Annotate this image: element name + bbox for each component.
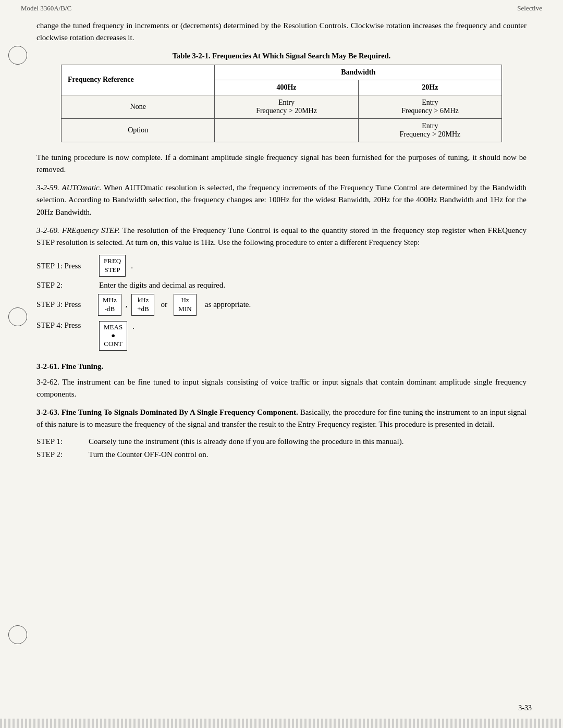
table-title: Table 3-2-1. Frequencies At Which Signal… — [61, 52, 502, 60]
step3-key2: kHz +dB — [131, 294, 154, 316]
step4-suffix: . — [132, 322, 134, 331]
row1-ref: None — [62, 95, 215, 118]
complete-paragraph: The tuning procedure is now complete. If… — [36, 152, 527, 176]
auto-body: When AUTOmatic resolution is selected, t… — [36, 183, 527, 216]
col-20hz: 20Hz — [358, 80, 501, 95]
fine-step2-text: Turn the Counter OFF-ON control on. — [89, 450, 208, 459]
circle-decoration-1 — [8, 46, 27, 65]
step2-text: Enter the digits and decimal as required… — [99, 281, 225, 290]
fine-step1-text: Coarsely tune the instrument (this is al… — [89, 437, 403, 446]
row2-400 — [215, 118, 358, 142]
freq-head: 3-2-60. — [36, 226, 59, 235]
step3-comma: , — [126, 300, 128, 309]
circle-decoration-3 — [8, 625, 27, 644]
row2-ref: Option — [62, 118, 215, 142]
step1-suffix: . — [131, 262, 133, 270]
step4-key: MEAS ● CONT — [99, 321, 127, 351]
step1-key: FREQ STEP — [99, 255, 126, 277]
fine-step1-label: STEP 1: — [36, 437, 78, 446]
table-row: Option EntryFrequency > 20MHz — [62, 118, 502, 142]
auto-head: 3-2-59. — [36, 183, 59, 192]
step3-label: STEP 3: Press — [36, 300, 94, 309]
auto-paragraph: 3-2-59. AUTOmatic. When AUTOmatic resolu… — [36, 182, 527, 218]
step3-key1: MHz -dB — [98, 294, 121, 316]
table-row: None EntryFrequency > 20MHz EntryFrequen… — [62, 95, 502, 118]
intro-paragraph: change the tuned frequency in increments… — [36, 20, 527, 44]
step1-line: STEP 1: Press FREQ STEP . — [36, 255, 527, 277]
row2-20: EntryFrequency > 20MHz — [358, 118, 501, 142]
frequency-table: Frequency Reference Bandwidth 400Hz 20Hz… — [61, 65, 502, 142]
freq-italic: FREquency STEP. — [62, 226, 120, 235]
step3-line: STEP 3: Press MHz -dB , kHz +dB or Hz MI… — [36, 294, 527, 316]
step3-key3: Hz MIN — [174, 294, 197, 316]
table-container: Table 3-2-1. Frequencies At Which Signal… — [61, 52, 502, 142]
section-heading-fine-tuning: 3-2-61. Fine Tuning. — [36, 362, 527, 371]
fine-tuning-para1: 3-2-62. The instrument can be fine tuned… — [36, 376, 527, 401]
fine-step2-label: STEP 2: — [36, 450, 78, 459]
fine-tuning-para2: 3-2-63. Fine Tuning To Signals Dominated… — [36, 406, 527, 431]
step3-suffix: as appropriate. — [205, 300, 251, 309]
step4-line: STEP 4: Press MEAS ● CONT . — [36, 321, 527, 351]
header-right: Selective — [517, 4, 542, 13]
row1-20: EntryFrequency > 6MHz — [358, 95, 501, 118]
header: Model 3360A/B/C Selective — [0, 0, 563, 15]
main-content: change the tuned frequency in increments… — [0, 15, 563, 495]
step2-label: STEP 2: — [36, 281, 94, 290]
header-left: Model 3360A/B/C — [21, 4, 71, 13]
step3-or: or — [161, 300, 167, 309]
fine-step1-line: STEP 1: Coarsely tune the instrument (th… — [36, 437, 527, 446]
col-bandwidth: Bandwidth — [215, 65, 502, 80]
row1-400: EntryFrequency > 20MHz — [215, 95, 358, 118]
page: Model 3360A/B/C Selective change the tun… — [0, 0, 563, 728]
col-400hz: 400Hz — [215, 80, 358, 95]
auto-italic: AUTOmatic. — [62, 183, 101, 192]
freq-step-paragraph: 3-2-60. FREquency STEP. The resolution o… — [36, 225, 527, 249]
bottom-border-decoration — [0, 719, 563, 728]
circle-decoration-2 — [8, 307, 27, 326]
step4-label: STEP 4: Press — [36, 321, 94, 330]
page-number: 3-33 — [518, 704, 532, 712]
col-freq-ref: Frequency Reference — [62, 65, 215, 95]
fine-step2-line: STEP 2: Turn the Counter OFF-ON control … — [36, 450, 527, 459]
fine-para2-bold: 3-2-63. Fine Tuning To Signals Dominated… — [36, 408, 298, 416]
step1-label: STEP 1: Press — [36, 262, 94, 270]
step2-line: STEP 2: Enter the digits and decimal as … — [36, 281, 527, 290]
